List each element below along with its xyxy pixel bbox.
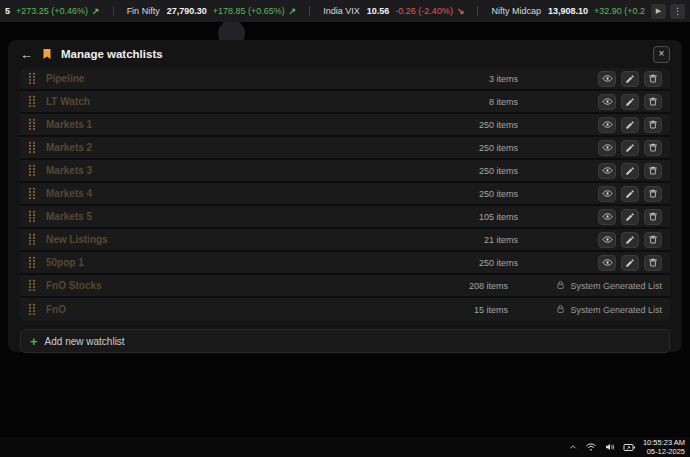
hidden-icons-chevron[interactable] xyxy=(568,442,578,452)
delete-button[interactable] xyxy=(644,255,662,271)
trash-icon xyxy=(648,142,658,153)
watchlist-row: FnO Stocks 208 items System Generated Li… xyxy=(20,275,670,298)
ticker-separator xyxy=(113,6,114,16)
ticker-play-button[interactable]: ▶ xyxy=(651,4,666,19)
modal-header: ← Manage watchlists × xyxy=(20,40,670,68)
trash-icon xyxy=(648,188,658,199)
drag-handle-icon[interactable] xyxy=(28,210,36,223)
view-button[interactable] xyxy=(598,117,616,133)
view-button[interactable] xyxy=(598,163,616,179)
drag-handle-icon[interactable] xyxy=(28,233,36,246)
edit-button[interactable] xyxy=(621,186,639,202)
add-watchlist-button[interactable]: + Add new watchlist xyxy=(20,329,670,353)
watchlist-count: 208 items xyxy=(469,281,508,291)
clock[interactable]: 10:55:23 AM 05-12-2025 xyxy=(643,438,685,456)
close-icon: × xyxy=(659,49,665,59)
screen: 5 +273.25 (+0.46%) ↗ Fin Nifty 27,790.30… xyxy=(0,0,690,457)
edit-button[interactable] xyxy=(621,71,639,87)
index-change: +178.85 (+0.65%) xyxy=(213,6,285,16)
ticker-items: 5 +273.25 (+0.46%) ↗ Fin Nifty 27,790.30… xyxy=(5,6,645,16)
watchlist-name: Markets 3 xyxy=(46,165,479,176)
trash-icon xyxy=(648,234,658,245)
watchlist-name: FnO xyxy=(46,304,474,315)
drag-handle-icon[interactable] xyxy=(28,187,36,200)
drag-handle-icon[interactable] xyxy=(28,72,36,85)
pencil-icon xyxy=(625,235,635,245)
drag-handle-icon[interactable] xyxy=(28,95,36,108)
modal-title: Manage watchlists xyxy=(61,48,163,60)
drag-handle-icon[interactable] xyxy=(28,164,36,177)
clock-time: 10:55:23 AM xyxy=(643,438,685,447)
battery-icon[interactable] xyxy=(623,442,636,453)
ticker-item[interactable]: India VIX 10.56 -0.26 (-2.40%) ↘ xyxy=(323,6,491,16)
drag-handle-icon[interactable] xyxy=(28,279,36,292)
add-watchlist-label: Add new watchlist xyxy=(45,336,125,347)
trash-icon xyxy=(648,119,658,130)
ticker-item[interactable]: Fin Nifty 27,790.30 +178.85 (+0.65%) ↗ xyxy=(127,6,324,16)
wifi-icon[interactable] xyxy=(585,441,597,453)
trend-arrow-icon: ↗ xyxy=(289,6,297,16)
drag-handle-icon[interactable] xyxy=(28,303,36,316)
delete-button[interactable] xyxy=(644,209,662,225)
ticker-controls: ▶ ⋮ xyxy=(651,4,685,19)
back-button[interactable]: ← xyxy=(20,48,33,61)
lock-icon xyxy=(556,280,565,292)
edit-button[interactable] xyxy=(621,140,639,156)
watchlist-actions xyxy=(532,94,662,110)
watchlist-actions xyxy=(532,232,662,248)
delete-button[interactable] xyxy=(644,232,662,248)
view-button[interactable] xyxy=(598,71,616,87)
pencil-icon xyxy=(625,189,635,199)
edit-button[interactable] xyxy=(621,209,639,225)
watchlist-name: 50pop 1 xyxy=(46,257,479,268)
index-value: 10.56 xyxy=(367,6,390,16)
watchlist-actions xyxy=(532,71,662,87)
watchlist-row: Markets 2 250 items xyxy=(20,137,670,160)
eye-icon xyxy=(602,211,613,222)
close-button[interactable]: × xyxy=(653,46,670,63)
delete-button[interactable] xyxy=(644,94,662,110)
ticker-bar: 5 +273.25 (+0.46%) ↗ Fin Nifty 27,790.30… xyxy=(0,0,690,22)
drag-handle-icon[interactable] xyxy=(28,118,36,131)
delete-button[interactable] xyxy=(644,140,662,156)
view-button[interactable] xyxy=(598,140,616,156)
ticker-item[interactable]: 5 +273.25 (+0.46%) ↗ xyxy=(5,6,127,16)
edit-button[interactable] xyxy=(621,117,639,133)
watchlist-row: Pipeline 3 items xyxy=(20,68,670,91)
delete-button[interactable] xyxy=(644,186,662,202)
ticker-more-button[interactable]: ⋮ xyxy=(670,4,685,19)
watchlist-count: 3 items xyxy=(489,74,518,84)
watchlist-count: 250 items xyxy=(479,120,518,130)
view-button[interactable] xyxy=(598,232,616,248)
edit-button[interactable] xyxy=(621,94,639,110)
view-button[interactable] xyxy=(598,209,616,225)
delete-button[interactable] xyxy=(644,71,662,87)
edit-button[interactable] xyxy=(621,255,639,271)
system-generated-label: System Generated List xyxy=(522,280,662,292)
watchlist-count: 15 items xyxy=(474,305,508,315)
eye-icon xyxy=(602,234,613,245)
manage-watchlists-modal: ← Manage watchlists × Pipeline 3 items xyxy=(8,40,682,352)
edit-button[interactable] xyxy=(621,232,639,248)
watchlist-name: Markets 2 xyxy=(46,142,479,153)
watchlist-name: Markets 1 xyxy=(46,119,479,130)
index-name: Nifty Midcap xyxy=(491,6,541,16)
view-button[interactable] xyxy=(598,186,616,202)
ticker-item[interactable]: Nifty Midcap 13,908.10 +32.90 (+0.24%) ↗ xyxy=(491,6,645,16)
watchlist-count: 250 items xyxy=(479,143,518,153)
watchlist-actions xyxy=(532,117,662,133)
watchlist-count: 250 items xyxy=(479,166,518,176)
back-arrow-icon: ← xyxy=(20,47,33,62)
delete-button[interactable] xyxy=(644,117,662,133)
delete-button[interactable] xyxy=(644,163,662,179)
watchlist-row: Markets 5 105 items xyxy=(20,206,670,229)
clock-date: 05-12-2025 xyxy=(643,447,685,456)
eye-icon xyxy=(602,257,613,268)
volume-icon[interactable] xyxy=(604,441,616,453)
drag-handle-icon[interactable] xyxy=(28,141,36,154)
drag-handle-icon[interactable] xyxy=(28,256,36,269)
edit-button[interactable] xyxy=(621,163,639,179)
view-button[interactable] xyxy=(598,255,616,271)
index-value: 27,790.30 xyxy=(167,6,207,16)
view-button[interactable] xyxy=(598,94,616,110)
